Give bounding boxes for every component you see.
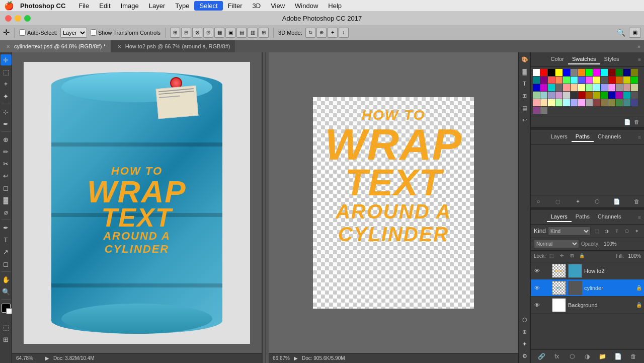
swatch-aa5500[interactable] — [586, 92, 593, 99]
swatch-ff0000[interactable] — [540, 69, 547, 76]
swatch-00cc00[interactable] — [631, 77, 638, 84]
swatch-9999cc[interactable] — [548, 92, 555, 99]
panel-props-icon[interactable]: ⊕ — [520, 327, 530, 337]
clone-tool[interactable]: ✂ — [1, 158, 12, 169]
transform-controls-checkbox[interactable] — [90, 29, 97, 36]
swatch-ff5555[interactable] — [548, 77, 555, 84]
layer-row-cylinder[interactable]: 👁 CYL cylinder 🔒 — [531, 279, 644, 297]
swatch-aa0000[interactable] — [578, 92, 585, 99]
layer-mask-btn[interactable]: ⬡ — [568, 352, 577, 361]
swatch-555555[interactable] — [601, 77, 608, 84]
swatch-ffaaff[interactable] — [578, 99, 585, 106]
color-tab[interactable]: Color — [547, 54, 568, 64]
swatch-448844[interactable] — [616, 99, 623, 106]
swatch-cc6600[interactable] — [616, 77, 623, 84]
brush-tool[interactable]: ✏ — [1, 146, 12, 157]
swatch-99cccc[interactable] — [540, 92, 547, 99]
swatch-800080[interactable] — [540, 77, 547, 84]
swatch-00aaaa[interactable] — [623, 92, 630, 99]
panel-gradient-icon[interactable]: ▓ — [520, 66, 530, 77]
menu-view[interactable]: View — [266, 1, 290, 11]
swatch-ffff55[interactable] — [593, 77, 600, 84]
swatch-99cc99[interactable] — [533, 92, 540, 99]
swatch-cccc00[interactable] — [623, 77, 630, 84]
panel-history-icon[interactable]: ↩ — [520, 115, 530, 125]
swatch-884444[interactable] — [593, 99, 600, 106]
filter-smart-btn[interactable]: ✦ — [633, 227, 641, 235]
swatch-00ffff[interactable] — [601, 69, 608, 76]
paths-tab-layers[interactable]: Paths — [572, 212, 594, 222]
swatch-00aa00[interactable] — [601, 92, 608, 99]
swatch-cccccc[interactable] — [563, 92, 570, 99]
swatch-ff8855[interactable] — [555, 77, 562, 84]
swatch-ff8800[interactable] — [578, 69, 585, 76]
menu-help[interactable]: Help — [323, 1, 347, 11]
paths-tab[interactable]: Paths — [572, 132, 594, 142]
link-layers-btn[interactable]: 🔗 — [537, 352, 546, 361]
crop-tool[interactable]: ⊹ — [1, 106, 12, 117]
swatch-800000[interactable] — [608, 69, 615, 76]
move-tool[interactable]: ✛ — [1, 54, 12, 65]
paths-expand-btn[interactable]: ≡ — [638, 134, 641, 140]
swatch-777777[interactable] — [540, 107, 547, 114]
swatch-55ffff[interactable] — [571, 77, 578, 84]
new-path-btn[interactable]: 📄 — [612, 197, 621, 206]
swatch-00ff00[interactable] — [586, 69, 593, 76]
swatch-cccc99[interactable] — [631, 84, 638, 91]
swatch-000080[interactable] — [623, 69, 630, 76]
3d-btn3[interactable]: ✦ — [328, 28, 338, 38]
swatch-888844[interactable] — [608, 99, 615, 106]
swatch-aa00aa[interactable] — [616, 92, 623, 99]
swatch-0000cc[interactable] — [533, 84, 540, 91]
menu-select[interactable]: Select — [194, 1, 222, 11]
auto-select-checkbox[interactable] — [19, 29, 26, 36]
swatch-cc00cc[interactable] — [540, 84, 547, 91]
layers-expand-btn[interactable]: ≡ — [638, 214, 641, 220]
distribute-all-btn[interactable]: ⊞ — [259, 28, 269, 38]
panel-layers-icon[interactable]: ▤ — [520, 103, 530, 113]
view-layout-btn[interactable]: ▣ — [629, 28, 641, 38]
dodge-tool[interactable]: ⌀ — [1, 206, 12, 217]
3d-btn4[interactable]: ↕ — [339, 28, 349, 38]
swatch-448888[interactable] — [623, 99, 630, 106]
menu-type[interactable]: Type — [170, 1, 194, 11]
tab-cylindertext[interactable]: ✕ cylindertext.psd @ 64.8% (RGB/8#) * — [0, 40, 111, 52]
menu-window[interactable]: Window — [290, 1, 323, 11]
layer-row-background[interactable]: 👁 Background 🔒 — [531, 297, 644, 314]
canvas-right-content[interactable]: HOW TO WRAP TEXT AROUND A CYLINDER — [269, 52, 518, 353]
fill-path-btn[interactable]: ○ — [534, 197, 543, 206]
swatch-ffffff[interactable] — [533, 69, 540, 76]
swatch-00cccc[interactable] — [548, 84, 555, 91]
filter-text-btn[interactable]: T — [613, 227, 621, 235]
swatch-ffaaaa[interactable] — [533, 99, 540, 106]
canvas-left-arrow[interactable]: ▶ — [45, 355, 49, 361]
lock-all-btn[interactable]: 🔒 — [578, 252, 586, 260]
swatch-333333[interactable] — [571, 92, 578, 99]
canvas-right-arrow[interactable]: ▶ — [294, 355, 298, 361]
channels-tab-layers[interactable]: Channels — [594, 212, 625, 222]
align-middle-v-btn[interactable]: ▦ — [214, 28, 224, 38]
search-icon[interactable]: 🔍 — [616, 28, 626, 38]
swatch-444488[interactable] — [631, 99, 638, 106]
delete-layer-btn[interactable]: 🗑 — [629, 352, 638, 361]
swatch-aaaa00[interactable] — [593, 92, 600, 99]
align-center-h-btn[interactable]: ⊟ — [181, 28, 191, 38]
swatch-ff00ff[interactable] — [593, 69, 600, 76]
swatch-808000[interactable] — [631, 69, 638, 76]
layer-select[interactable]: Layer Group — [60, 28, 87, 38]
layers-tab[interactable]: Layers — [547, 212, 572, 222]
menu-filter[interactable]: Filter — [223, 1, 248, 11]
close-tab-left[interactable]: ✕ — [5, 43, 11, 49]
layer-group-btn[interactable]: 📁 — [598, 352, 607, 361]
new-swatch-btn[interactable]: 📄 — [623, 117, 632, 126]
swatches-tab[interactable]: Swatches — [568, 54, 600, 64]
swatch-ff99ff[interactable] — [608, 84, 615, 91]
minimize-button[interactable] — [15, 15, 21, 22]
quick-mask-btn[interactable]: ⬚ — [1, 322, 12, 333]
layer-fx-btn[interactable]: fx — [552, 352, 561, 361]
lock-pixels-btn[interactable]: ⬚ — [548, 252, 556, 260]
layer-visibility-howto2[interactable]: 👁 — [533, 267, 541, 275]
align-left-btn[interactable]: ⊞ — [170, 28, 180, 38]
swatch-0000aa[interactable] — [608, 92, 615, 99]
lasso-tool[interactable]: ⌖ — [1, 79, 12, 90]
